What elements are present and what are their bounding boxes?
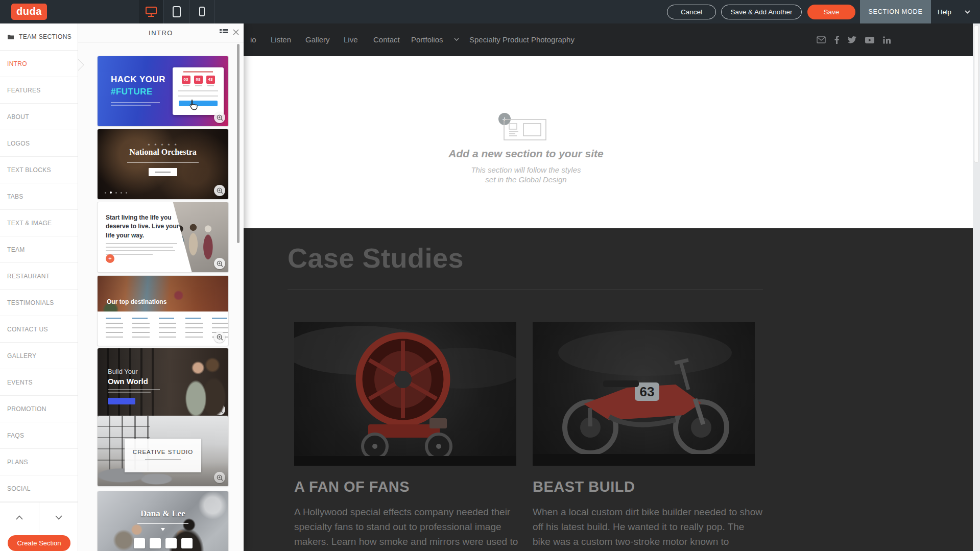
zoom-preview-icon[interactable] [214,472,225,483]
page-scrollbar[interactable] [973,23,980,551]
sidebar-header: TEAM SECTIONS [0,23,78,51]
site-nav-link-specialty[interactable]: Specialty Product Photography [469,23,575,56]
add-section-subtitle: This section will follow the styles [424,165,628,174]
tablet-preview-button[interactable] [163,0,189,23]
sidebar-item-events[interactable]: EVENTS [0,369,78,396]
panel-title: INTRO [78,23,244,42]
sidebar-item-gallery[interactable]: GALLERY [0,343,78,369]
site-nav-link-listen[interactable]: Listen [271,23,291,56]
sidebar-item-faqs[interactable]: FAQS [0,422,78,449]
zoom-preview-icon[interactable] [214,185,225,196]
thumbnail-art [127,162,199,163]
youtube-icon[interactable] [865,37,874,43]
linkedin-icon[interactable] [883,36,891,44]
sidebar-item-text-image[interactable]: TEXT & IMAGE [0,210,78,236]
template-build-your-own-world[interactable]: Build Your Own World [98,348,228,418]
template-heading: Build Your [108,368,138,375]
sidebar-item-team[interactable]: TEAM [0,236,78,263]
intro-templates-panel: INTRO HACK YOUR #FUTURE 03 08 43 [78,23,244,551]
thumbnail-art [137,523,188,524]
sidebar-item-plans[interactable]: PLANS [0,449,78,475]
template-heading: HACK YOUR [111,75,165,85]
page-scrollbar-thumb[interactable] [974,25,979,163]
scroll-up-button[interactable] [0,502,39,533]
panel-scrollbar[interactable] [237,44,240,243]
template-heading: Dana & Lee [98,509,228,519]
add-section-dropzone[interactable]: + Add a new section to your site This se… [244,56,980,228]
chevron-down-icon [965,10,970,14]
case-studies-heading: Case Studies [288,242,464,274]
thumbnail-art [106,318,228,338]
template-heading: Own World [108,377,148,386]
sidebar-item-testimonials[interactable]: TESTIMONIALS [0,290,78,316]
layout-toggle-icon[interactable] [220,29,228,38]
thumbnail-art [108,392,151,393]
case-study-image-bike: 63 [533,322,755,466]
sidebar-item-contact-us[interactable]: CONTACT US [0,316,78,343]
sidebar-item-restaurant[interactable]: RESTAURANT [0,263,78,290]
template-live-your-way[interactable]: Start living the life you deserve to liv… [98,202,228,272]
duda-logo[interactable]: duda [11,4,47,20]
template-national-orchestra[interactable]: ★ ★ ★ ★ ★ National Orchestra [98,129,228,199]
twitter-icon[interactable] [848,36,856,43]
help-label: Help [938,8,951,16]
zoom-preview-icon[interactable] [214,404,225,415]
sidebar-item-features[interactable]: FEATURES [0,77,78,104]
site-nav-link-gallery[interactable]: Gallery [305,23,330,56]
add-section-title: Add a new section to your site [424,148,628,160]
sidebar-item-tabs[interactable]: TABS [0,183,78,210]
cancel-button[interactable]: Cancel [667,5,716,19]
carousel-dots [105,191,127,194]
zoom-preview-icon[interactable] [214,331,225,343]
thumbnail-art: ★ ★ ★ ★ ★ [98,142,228,146]
sections-sidebar: TEAM SECTIONS INTRO FEATURES ABOUT LOGOS… [0,23,78,551]
bike-number-plate: 63 [640,384,655,399]
mobile-preview-button[interactable] [189,0,214,23]
mobile-icon [197,6,206,18]
mail-icon[interactable] [817,36,826,43]
site-nav-link-portfolios[interactable]: Portfolios [411,23,443,56]
sidebar-item-about[interactable]: ABOUT [0,104,78,130]
save-add-another-button[interactable]: Save & Add Another [721,5,802,19]
case-study-body: A Hollywood special effects company need… [294,505,524,549]
close-panel-icon[interactable] [232,29,240,38]
sidebar-item-logos[interactable]: LOGOS [0,130,78,157]
sidebar-item-promotion[interactable]: PROMOTION [0,396,78,422]
site-nav-link[interactable]: io [250,23,256,56]
thumbnail-art: CREATIVE STUDIO [125,439,201,472]
add-section-subtitle: set in the Global Design [424,175,628,184]
sidebar-item-intro[interactable]: INTRO [0,51,78,77]
chevron-up-icon [16,515,23,520]
thumbnail-art: + [106,254,114,263]
sidebar-item-text-blocks[interactable]: TEXT BLOCKS [0,157,78,183]
site-preview: io Listen Gallery Live Contact Portfolio… [244,23,980,551]
sidebar-item-social[interactable]: SOCIAL [0,475,78,502]
chevron-down-icon [55,515,62,520]
panel-header: INTRO [78,23,244,42]
desktop-icon [145,6,157,17]
desktop-preview-button[interactable] [138,0,163,23]
template-creative-studio[interactable]: CREATIVE STUDIO [98,416,228,486]
site-nav-link-live[interactable]: Live [344,23,358,56]
thumbnail-art [149,168,177,176]
facebook-icon[interactable] [834,36,839,44]
thumbnail-art [161,528,165,531]
thumbnail-art [111,105,151,106]
save-button[interactable]: Save [807,5,855,19]
countdown-art [98,538,228,548]
thumbnail-art [98,276,228,312]
template-dana-and-lee[interactable]: Dana & Lee [98,491,228,551]
scroll-down-button[interactable] [39,502,78,533]
help-menu[interactable]: Help [938,0,970,23]
site-social-icons [817,23,891,56]
zoom-preview-icon[interactable] [214,112,225,123]
template-top-destinations[interactable]: Our top destinations [98,276,228,346]
create-section-button[interactable]: Create Section [8,535,70,551]
template-heading: Start living the life you deserve to liv… [106,213,186,240]
site-nav-link-contact[interactable]: Contact [373,23,400,56]
template-hack-your-future[interactable]: HACK YOUR #FUTURE 03 08 43 [98,56,228,126]
panel-pointer-arrow [78,58,84,71]
zoom-preview-icon[interactable] [214,258,225,269]
tablet-icon [172,6,182,18]
thumbnail-art [108,398,135,404]
